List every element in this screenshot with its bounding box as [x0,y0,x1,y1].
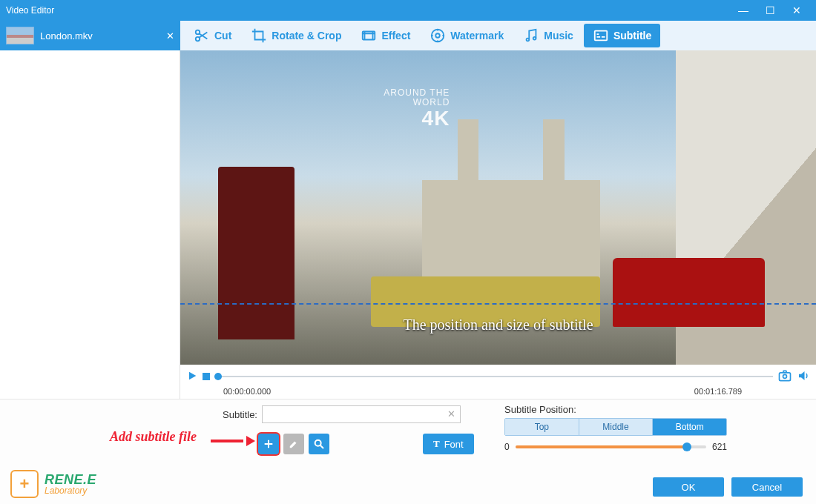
font-icon: T [433,438,440,450]
slider-max: 621 [712,442,727,452]
file-name: London.mkv [40,30,93,42]
sidebar [0,50,180,399]
effect-button[interactable]: Effect [352,24,419,47]
position-label: Subtitle Position: [504,404,727,415]
svg-point-10 [315,440,321,446]
svg-point-6 [533,37,536,40]
search-subtitle-button[interactable] [309,434,329,454]
watermark-icon [430,27,446,44]
subtitle-overlay: The position and size of subtitle [180,316,816,334]
position-middle[interactable]: Middle [579,419,653,435]
toolbar: Cut Rotate & Crop Effect Watermark Music… [180,21,816,50]
video-watermark: AROUND THE WORLD 4K [384,88,450,130]
time-current: 00:00:00.000 [223,387,271,396]
subtitle-label: Subtitle: [223,409,257,420]
annotation-arrow-icon [211,438,255,444]
annotation-hint: Add subtitle file [110,429,197,445]
subtitle-icon [593,27,609,44]
watermark-button[interactable]: Watermark [421,24,513,47]
video-preview[interactable]: AROUND THE WORLD 4K The position and siz… [180,50,816,365]
scissors-icon [194,27,210,44]
time-total: 00:01:16.789 [694,387,742,396]
bottom-panel: Subtitle: ✕ T Font Subtitle Position: To… [0,399,816,504]
svg-point-3 [432,30,444,42]
file-thumbnail [6,27,34,44]
font-button[interactable]: T Font [423,434,474,454]
svg-rect-7 [595,31,608,41]
stop-button[interactable] [203,373,210,380]
position-top[interactable]: Top [505,419,579,435]
svg-point-4 [436,33,441,38]
clear-input-icon[interactable]: ✕ [447,408,455,420]
edit-subtitle-button[interactable] [283,434,304,454]
close-file-icon[interactable]: ✕ [166,30,174,42]
play-button[interactable] [186,370,198,383]
subtitle-input[interactable]: ✕ [262,405,461,423]
slider-min: 0 [504,442,510,452]
subtitle-guide-line[interactable] [180,303,816,305]
crop-icon [251,27,267,44]
timeline [180,365,816,387]
music-icon [523,27,539,44]
position-slider[interactable] [516,445,706,448]
cut-button[interactable]: Cut [185,24,240,47]
brand-logo: + RENE.E Laboratory [10,470,96,498]
svg-point-5 [527,39,530,42]
volume-button[interactable] [797,369,810,384]
effect-icon [361,27,377,44]
cancel-button[interactable]: Cancel [731,477,803,497]
rotate-crop-button[interactable]: Rotate & Crop [242,24,350,47]
minimize-button[interactable]: — [730,4,757,16]
subtitle-button[interactable]: Subtitle [584,24,660,47]
title-bar: Video Editor — ☐ ✕ [0,0,816,21]
add-subtitle-button[interactable] [258,434,279,454]
seek-track[interactable] [214,371,773,382]
close-window-button[interactable]: ✕ [783,4,810,16]
logo-badge-icon: + [10,470,39,498]
music-button[interactable]: Music [514,24,582,47]
position-bottom[interactable]: Bottom [652,419,726,435]
file-tab[interactable]: London.mkv ✕ [0,21,180,50]
position-segmented: Top Middle Bottom [504,418,727,436]
window-title: Video Editor [6,5,730,16]
snapshot-button[interactable] [777,368,792,385]
maximize-button[interactable]: ☐ [757,4,783,16]
svg-rect-8 [780,373,791,381]
svg-point-9 [783,374,787,378]
ok-button[interactable]: OK [653,477,724,497]
